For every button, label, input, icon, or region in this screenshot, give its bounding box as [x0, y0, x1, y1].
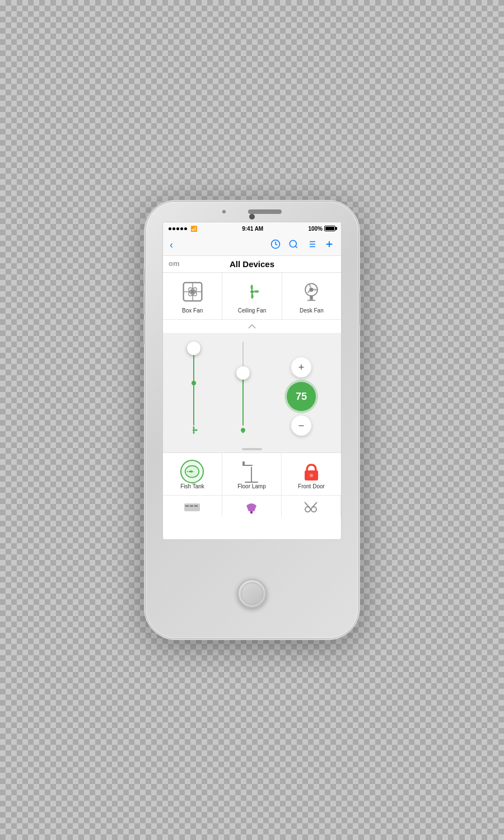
svg-rect-30: [242, 461, 245, 466]
phone-screen: 📶 9:41 AM 100% ‹: [162, 222, 342, 540]
device-desk-fan[interactable]: Desk Fan: [282, 273, 341, 319]
signal-dot-3: [176, 227, 179, 230]
fan-slider-thumb[interactable]: [187, 342, 200, 355]
fish-tank-icon-area: [180, 460, 204, 483]
lamp-brightness-slider[interactable]: [239, 342, 248, 438]
expand-arrow-area: [163, 320, 341, 334]
device-grid-bottom: Fish Tank Floor Lamp: [163, 453, 341, 496]
battery-percent: 100%: [308, 226, 323, 232]
box-fan-icon: [181, 281, 204, 303]
device-floor-lamp[interactable]: Floor Lamp: [222, 453, 282, 496]
partial-device-1-icon: [183, 501, 201, 512]
floor-lamp-label: Floor Lamp: [237, 483, 266, 489]
collapse-bar[interactable]: [163, 446, 341, 453]
svg-rect-23: [307, 300, 316, 301]
volume-down-button[interactable]: [143, 320, 146, 344]
svg-rect-33: [184, 503, 200, 511]
temp-control: + 75 −: [287, 357, 316, 438]
device-partial-2[interactable]: [222, 496, 282, 517]
page-title-bar: om All Devices: [163, 256, 341, 273]
search-icon[interactable]: [288, 239, 298, 251]
slider-panel: + 75 −: [163, 334, 341, 446]
svg-rect-29: [244, 465, 253, 466]
back-button[interactable]: ‹: [170, 239, 270, 251]
wifi-icon: 📶: [190, 226, 197, 232]
subtitle: om: [169, 259, 180, 268]
phone-frame: 📶 9:41 AM 100% ‹: [146, 202, 358, 638]
temp-increase-button[interactable]: +: [291, 357, 311, 377]
power-button[interactable]: [358, 291, 361, 325]
device-front-door[interactable]: Front Door: [282, 453, 341, 496]
signal-bars: [169, 227, 187, 230]
fan-slider-line-mid: [193, 355, 194, 383]
home-button-area: [237, 540, 267, 638]
fan-bottom-icon: [188, 424, 199, 438]
fan-speed-slider[interactable]: [188, 342, 199, 438]
home-button-inner: [241, 582, 263, 605]
svg-line-2: [295, 246, 297, 248]
front-door-label: Front Door: [298, 483, 325, 489]
device-fish-tank[interactable]: Fish Tank: [163, 453, 222, 496]
lamp-slider-gray-top: [242, 342, 244, 368]
svg-point-26: [193, 470, 194, 472]
list-icon[interactable]: [306, 239, 316, 251]
front-door-icon: [301, 459, 321, 484]
ceiling-fan-label: Ceiling Fan: [238, 307, 267, 314]
device-box-fan[interactable]: Box Fan: [163, 273, 222, 319]
signal-dot-1: [169, 227, 171, 230]
lamp-slider-green: [242, 380, 244, 426]
device-ceiling-fan[interactable]: Ceiling Fan: [222, 273, 282, 319]
svg-rect-36: [194, 505, 198, 507]
phone-top: [146, 202, 358, 214]
svg-rect-35: [190, 505, 193, 507]
fan-slider-line-bot: [193, 383, 194, 426]
fish-tank-label: Fish Tank: [180, 483, 204, 489]
signal-dot-2: [172, 227, 175, 230]
collapse-pill: [242, 448, 262, 450]
battery-icon: [324, 226, 335, 231]
device-partial-3[interactable]: [282, 496, 341, 517]
device-grid-partial: [163, 496, 341, 517]
plus-icon: +: [298, 362, 305, 374]
svg-point-1: [290, 240, 296, 247]
camera-dot: [222, 210, 226, 213]
add-icon[interactable]: [324, 239, 334, 251]
lamp-slider-thumb[interactable]: [236, 366, 250, 380]
svg-point-32: [310, 474, 313, 477]
svg-rect-22: [310, 296, 313, 300]
floor-lamp-icon-area: [240, 460, 263, 483]
mute-button[interactable]: [143, 269, 146, 284]
ceiling-fan-icon-area: [240, 279, 264, 304]
nav-bar: ‹: [163, 235, 341, 256]
status-right: 100%: [308, 226, 335, 232]
status-time: 9:41 AM: [242, 226, 263, 232]
lamp-bottom-icon: [239, 427, 248, 438]
fan-icon-small: [188, 424, 199, 436]
svg-rect-34: [185, 505, 189, 507]
desk-fan-label: Desk Fan: [300, 307, 324, 314]
box-fan-icon-area: [180, 279, 205, 304]
volume-up-button[interactable]: [143, 291, 146, 315]
temp-decrease-button[interactable]: −: [291, 416, 311, 436]
speaker-grill: [248, 209, 282, 214]
svg-point-12: [190, 290, 194, 293]
device-partial-1[interactable]: [163, 496, 222, 517]
fish-tank-icon: [184, 464, 200, 479]
desk-fan-icon: [300, 281, 323, 303]
front-camera: [249, 214, 255, 220]
signal-dot-4: [180, 227, 183, 230]
ceiling-fan-icon: [241, 281, 263, 303]
clock-icon[interactable]: [270, 239, 281, 251]
bulb-icon: [239, 427, 248, 436]
lamp-slider-track: [242, 342, 244, 423]
partial-device-3-icon: [302, 501, 320, 512]
desk-fan-icon-area: [299, 279, 324, 304]
partial-device-2-icon: [246, 501, 256, 514]
signal-dot-5: [184, 227, 187, 230]
expand-arrow-icon: [246, 324, 258, 329]
home-button[interactable]: [237, 579, 267, 608]
device-grid-top: Box Fan Ceiling Fan: [163, 273, 341, 320]
status-left: 📶: [169, 226, 197, 232]
nav-icons: [270, 239, 334, 251]
floor-lamp-icon: [241, 459, 262, 484]
